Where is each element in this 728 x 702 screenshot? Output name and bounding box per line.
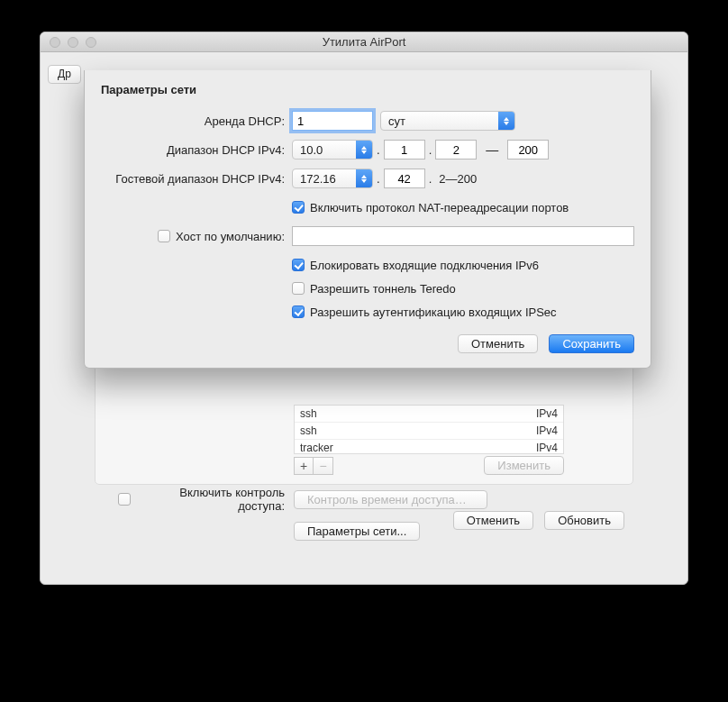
dhcp-range-end-input[interactable] (507, 140, 549, 160)
checkbox-icon (292, 201, 305, 214)
port-list[interactable]: ssh IPv4 ssh IPv4 tracker IPv4 (294, 405, 564, 454)
zoom-icon[interactable] (86, 37, 96, 48)
dhcp-range-label: Диапазон DHCP IPv4: (101, 143, 292, 157)
add-button[interactable]: + (294, 457, 314, 475)
access-time-button[interactable]: Контроль времени доступа… (294, 490, 487, 509)
checkbox-icon (292, 305, 305, 318)
chevron-updown-icon (498, 112, 514, 130)
dhcp-lease-input[interactable] (292, 111, 373, 131)
default-host-input[interactable] (292, 226, 634, 246)
close-icon[interactable] (50, 37, 60, 48)
access-control-checkbox[interactable]: Включить контроль доступа: (118, 486, 285, 513)
sheet-title: Параметры сети (101, 83, 634, 96)
dhcp-range-oct1-input[interactable] (384, 140, 425, 160)
guest-range-label: Гостевой диапазон DHCP IPv4: (101, 172, 292, 186)
dhcp-range-oct2-input[interactable] (435, 140, 477, 160)
list-item[interactable]: ssh IPv4 (295, 406, 563, 423)
checkbox-icon (118, 493, 131, 506)
checkbox-icon (158, 230, 170, 242)
network-params-button[interactable]: Параметры сети... (294, 522, 420, 541)
dhcp-subnet-select[interactable]: 10.0 (292, 140, 373, 160)
sheet-cancel-button[interactable]: Отменить (458, 334, 538, 353)
chevron-updown-icon (356, 169, 372, 187)
traffic-lights (41, 37, 96, 48)
window-footer: Отменить Обновить (453, 511, 624, 530)
sheet-save-button[interactable]: Сохранить (549, 334, 634, 353)
update-button[interactable]: Обновить (544, 511, 624, 530)
list-item[interactable]: tracker IPv4 (295, 440, 563, 453)
nat-pmp-checkbox[interactable]: Включить протокол NAT-переадресации порт… (292, 201, 569, 214)
other-button[interactable]: Др (48, 65, 81, 84)
ipsec-checkbox[interactable]: Разрешить аутентификацию входящих IPSec (292, 305, 557, 319)
edit-button[interactable]: Изменить (484, 456, 564, 475)
titlebar: Утилита AirPort (41, 32, 687, 52)
window-title: Утилита AirPort (41, 35, 687, 49)
chevron-updown-icon (356, 141, 372, 159)
dhcp-lease-label: Аренда DHCP: (101, 114, 292, 128)
cancel-button[interactable]: Отменить (453, 511, 533, 530)
dhcp-lease-unit-select[interactable]: сут (380, 111, 515, 131)
app-window: Утилита AirPort Др ssh IPv4 ss (40, 32, 688, 585)
guest-subnet-select[interactable]: 172.16 (292, 169, 373, 188)
network-params-sheet: Параметры сети Аренда DHCP: сут Диапазон… (84, 70, 651, 369)
sheet-footer: Отменить Сохранить (101, 334, 634, 353)
guest-range-oct-input[interactable] (384, 169, 425, 188)
checkbox-icon (292, 259, 305, 271)
guest-range-static: 2—200 (439, 172, 477, 186)
teredo-checkbox[interactable]: Разрешить тоннель Teredo (292, 282, 456, 296)
list-item[interactable]: ssh IPv4 (295, 423, 563, 440)
remove-button[interactable]: − (314, 457, 333, 475)
window-content: Др ssh IPv4 ssh IPv4 (41, 52, 687, 584)
checkbox-icon (292, 282, 305, 295)
default-host-checkbox[interactable]: Хост по умолчанию: (158, 230, 285, 243)
block-ipv6-checkbox[interactable]: Блокировать входящие подключения IPv6 (292, 259, 539, 272)
minimize-icon[interactable] (68, 37, 78, 48)
